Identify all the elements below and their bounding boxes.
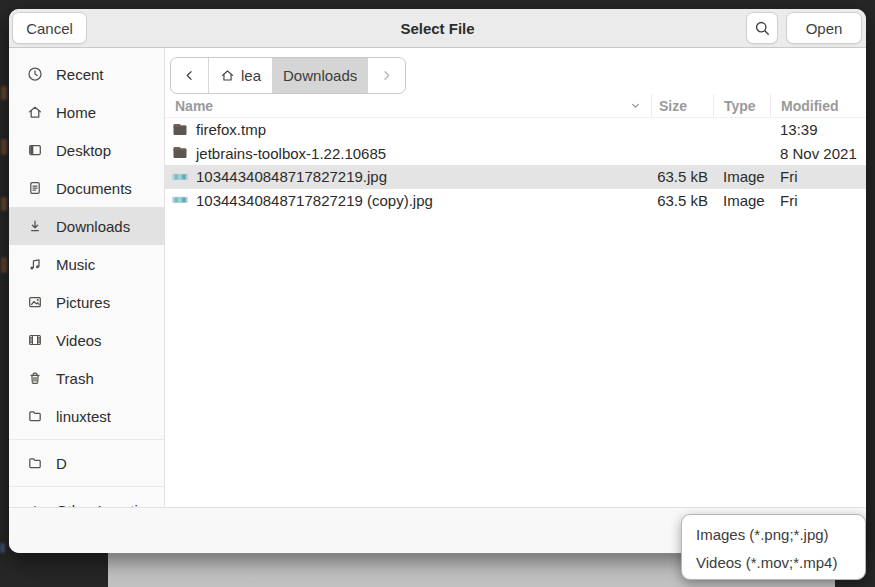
breadcrumb-label: lea — [241, 67, 261, 84]
download-icon — [27, 218, 43, 234]
music-note-icon — [27, 256, 43, 272]
sidebar-item-music[interactable]: Music — [9, 245, 164, 283]
folder-outline-icon — [27, 408, 43, 424]
folder-outline-icon — [27, 455, 43, 471]
file-modified: 8 Nov 2021 — [770, 145, 866, 162]
breadcrumb: lea Downloads — [170, 57, 406, 94]
breadcrumb-label: Downloads — [283, 67, 357, 84]
filter-option-images-png-jpg[interactable]: Images (*.png;*.jpg) — [682, 520, 865, 548]
chevron-down-icon — [629, 99, 642, 112]
document-icon — [27, 180, 43, 196]
back-button[interactable] — [171, 58, 208, 93]
sidebar-item-home[interactable]: Home — [9, 93, 164, 131]
file-type: Image — [713, 168, 770, 185]
file-row-10344340848717827219-copy-jpg[interactable]: 10344340848717827219 (copy).jpg 63.5 kB … — [165, 189, 866, 213]
image-icon — [172, 192, 188, 208]
file-size: 63.5 kB — [651, 192, 713, 209]
headerbar: Cancel Select File Open — [9, 9, 866, 48]
filter-option-videos-mov-mp4[interactable]: Videos (*.mov;*.mp4) — [682, 548, 865, 576]
sidebar-item-label: Pictures — [56, 294, 110, 311]
background-artifact — [0, 543, 5, 553]
sidebar-item-label: Downloads — [56, 218, 130, 235]
file-chooser-dialog: Cancel Select File Open Recent — [9, 9, 866, 553]
file-name: firefox.tmp — [196, 121, 266, 138]
folder-icon — [172, 122, 188, 138]
file-row-firefox-tmp[interactable]: firefox.tmp 13:39 — [165, 118, 866, 142]
sidebar-item-linuxtest[interactable]: linuxtest — [9, 397, 164, 435]
sidebar-item-documents[interactable]: Documents — [9, 169, 164, 207]
sidebar-item-label: Music — [56, 256, 95, 273]
home-icon — [220, 68, 235, 83]
desktop-icon — [27, 142, 43, 158]
background-artifact — [1, 197, 7, 211]
column-header-type[interactable]: Type — [713, 94, 770, 117]
file-row-10344340848717827219-jpg[interactable]: 10344340848717827219.jpg 63.5 kB Image F… — [165, 165, 866, 189]
file-modified: 13:39 — [770, 121, 866, 138]
forward-button[interactable] — [367, 58, 405, 93]
sidebar-item-label: Videos — [56, 332, 102, 349]
background-artifact — [1, 139, 7, 155]
dialog-body: Recent Home Desktop Documents — [9, 48, 866, 507]
file-size: 63.5 kB — [651, 168, 713, 185]
image-icon — [172, 169, 188, 185]
trash-icon — [27, 370, 43, 386]
file-row-jetbrains-toolbox-1-22-10685[interactable]: jetbrains-toolbox-1.22.10685 8 Nov 2021 — [165, 142, 866, 166]
chevron-right-icon — [379, 68, 394, 83]
sidebar-item-label: Desktop — [56, 142, 111, 159]
sidebar-item-recent[interactable]: Recent — [9, 55, 164, 93]
file-browser-pane: lea Downloads — [165, 48, 866, 507]
sidebar-item-label: Trash — [56, 370, 94, 387]
sidebar-item-trash[interactable]: Trash — [9, 359, 164, 397]
sidebar-item-label: linuxtest — [56, 408, 111, 425]
cancel-button[interactable]: Cancel — [12, 12, 87, 44]
list-column-headers: Name Size Type Modified — [165, 94, 866, 118]
sidebar-item-videos[interactable]: Videos — [9, 321, 164, 359]
file-modified: Fri — [770, 192, 866, 209]
file-filter-popover: Images (*.png;*.jpg) Videos (*.mov;*.mp4… — [681, 514, 866, 580]
file-name-cell: jetbrains-toolbox-1.22.10685 — [165, 145, 651, 162]
chevron-left-icon — [182, 68, 197, 83]
file-name: 10344340848717827219.jpg — [196, 168, 387, 185]
sidebar-item-pictures[interactable]: Pictures — [9, 283, 164, 321]
film-icon — [27, 332, 43, 348]
file-name: 10344340848717827219 (copy).jpg — [196, 192, 433, 209]
sidebar-item-desktop[interactable]: Desktop — [9, 131, 164, 169]
filter-option-label: Images (*.png;*.jpg) — [696, 526, 829, 543]
column-header-name[interactable]: Name — [165, 94, 651, 117]
screen: Cancel Select File Open Recent — [0, 0, 875, 587]
sidebar-item-other-locations[interactable]: Other Locations — [9, 491, 164, 507]
sidebar-item-d[interactable]: D — [9, 444, 164, 482]
background-artifact — [1, 257, 7, 273]
filter-option-label: Videos (*.mov;*.mp4) — [696, 554, 837, 571]
sidebar-item-label: Home — [56, 104, 96, 121]
breadcrumb-segment-downloads[interactable]: Downloads — [272, 58, 367, 93]
file-name-cell: 10344340848717827219 (copy).jpg — [165, 192, 651, 209]
breadcrumb-segment-home[interactable]: lea — [208, 58, 272, 93]
places-sidebar: Recent Home Desktop Documents — [9, 48, 165, 507]
sidebar-item-label: Documents — [56, 180, 132, 197]
column-header-size[interactable]: Size — [651, 94, 713, 117]
home-icon — [27, 104, 43, 120]
file-name-cell: 10344340848717827219.jpg — [165, 168, 651, 185]
sidebar-item-label: Recent — [56, 66, 104, 83]
magnifier-icon — [754, 20, 771, 37]
open-button[interactable]: Open — [786, 12, 862, 44]
search-button[interactable] — [746, 12, 778, 44]
sidebar-item-downloads[interactable]: Downloads — [9, 207, 164, 245]
sidebar-item-label: D — [56, 455, 67, 472]
column-header-modified[interactable]: Modified — [770, 94, 866, 117]
dialog-title: Select File — [129, 20, 746, 37]
clock-icon — [27, 66, 43, 82]
folder-icon — [172, 145, 188, 161]
pathbar-row: lea Downloads — [165, 48, 866, 94]
column-label: Name — [175, 98, 213, 114]
file-type: Image — [713, 192, 770, 209]
file-name-cell: firefox.tmp — [165, 121, 651, 138]
file-modified: Fri — [770, 168, 866, 185]
picture-icon — [27, 294, 43, 310]
file-list: firefox.tmp 13:39 jetbrains-toolbox-1.22… — [165, 118, 866, 507]
background-artifact — [1, 86, 7, 100]
file-name: jetbrains-toolbox-1.22.10685 — [196, 145, 386, 162]
